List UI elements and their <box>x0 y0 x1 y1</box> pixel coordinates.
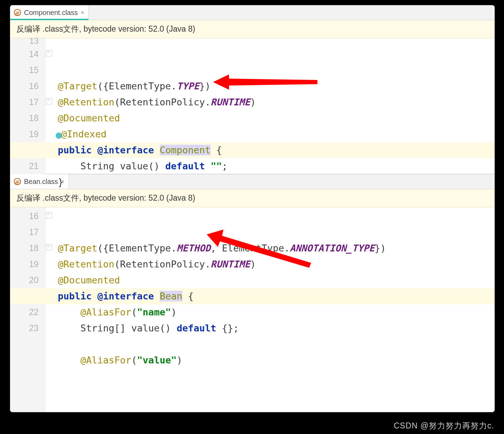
code-editor[interactable]: 1617181920212223 @Target({ElementType.ME… <box>10 207 495 412</box>
code-token: ({ElementType. <box>97 243 177 254</box>
line-number: 16 <box>10 78 45 94</box>
tab-label: Component.class <box>24 9 78 17</box>
decompile-banner: 反编译 .class文件, bytecode version: 52.0 (Ja… <box>10 189 495 207</box>
code-token: ) <box>176 355 182 365</box>
code-token: Bean <box>160 291 182 302</box>
code-token: ( <box>131 307 137 318</box>
code-token: @AliasFor <box>80 355 131 365</box>
annotation-file-icon: @ <box>14 9 21 16</box>
code-token: METHOD <box>176 243 211 254</box>
pane-component: @ Component.class × 反编译 .class文件, byteco… <box>10 5 495 174</box>
code-token: Indexed <box>67 129 107 139</box>
decompile-banner: 反编译 .class文件, bytecode version: 52.0 (Ja… <box>10 20 495 38</box>
watermark: CSDN @努力努力再努力c. <box>394 420 494 431</box>
code-token: @AliasFor <box>80 307 131 318</box>
line-number: 19 <box>10 126 45 142</box>
code-token: @Retention <box>58 97 115 107</box>
code-token: @Retention <box>58 259 115 270</box>
red-arrow <box>207 208 311 293</box>
code-line[interactable]: public @interface Component { <box>58 142 495 158</box>
code-token <box>205 161 211 171</box>
line-number: 14 <box>10 46 45 62</box>
svg-marker-2 <box>213 74 317 90</box>
code-token: public <box>58 145 92 155</box>
editor-window: @ Component.class × 反编译 .class文件, byteco… <box>10 5 495 412</box>
svg-text:@: @ <box>15 179 19 184</box>
code-line[interactable]: @AliasFor("name") <box>58 304 495 320</box>
code-token: default <box>176 323 216 333</box>
code-token: (RetentionPolicy. <box>115 259 211 270</box>
code-token: "name" <box>137 307 171 318</box>
code-token: TYPE <box>176 81 199 91</box>
line-number: 17 <box>10 94 45 110</box>
code-line[interactable]: String value() default ""; <box>58 158 495 174</box>
line-number: 16 <box>10 208 45 224</box>
code-token: }) <box>199 81 211 91</box>
code-line[interactable]: String[] value() default {}; <box>58 320 495 336</box>
annotation-file-icon: @ <box>14 178 21 185</box>
code-token: (RetentionPolicy. <box>115 97 211 107</box>
line-number: 17 <box>10 224 45 240</box>
line-number: 22 <box>10 304 45 320</box>
fold-handle[interactable] <box>46 50 52 56</box>
code-token: ; <box>222 161 227 171</box>
code-area[interactable]: @Target({ElementType.METHOD, ElementType… <box>58 207 495 412</box>
code-token <box>92 145 97 155</box>
pane-bean: @ Bean.class × 反编译 .class文件, bytecode ve… <box>10 174 495 412</box>
tab-label: Bean.class <box>24 178 58 186</box>
tabbar: @ Bean.class × <box>10 174 495 189</box>
code-token: default <box>165 161 205 171</box>
code-token: @ <box>61 129 67 139</box>
code-token <box>58 307 80 318</box>
line-number: 20 <box>10 272 45 288</box>
code-area[interactable]: @Target({ElementType.TYPE})@Retention(Re… <box>58 38 495 175</box>
line-number: 18 <box>10 240 45 256</box>
line-number: 15 <box>10 62 45 78</box>
code-token <box>154 291 159 302</box>
line-number: 23 <box>10 320 45 336</box>
code-token: { <box>182 291 194 302</box>
code-editor[interactable]: 131415161718192021 @Target({ElementType.… <box>10 38 495 175</box>
code-line[interactable] <box>58 336 495 352</box>
red-arrow <box>213 50 317 114</box>
code-token: "" <box>211 161 222 171</box>
code-token: Component <box>160 145 211 155</box>
line-number: 13 <box>10 39 45 46</box>
svg-text:@: @ <box>15 10 19 15</box>
code-token: } <box>58 177 63 187</box>
fold-column[interactable] <box>45 207 58 412</box>
line-number: 19 <box>10 256 45 272</box>
code-token: @Documented <box>58 275 120 286</box>
code-token: ( <box>131 355 137 365</box>
fold-handle[interactable] <box>46 244 52 250</box>
code-token <box>154 145 159 155</box>
code-token: }) <box>375 243 386 254</box>
line-gutter: 1617181920212223 <box>10 207 45 412</box>
code-token: ) <box>171 307 176 318</box>
code-token: { <box>211 145 222 155</box>
code-token: String[] value() <box>58 323 176 333</box>
line-number: 21 <box>10 158 45 174</box>
line-number: 18 <box>10 110 45 126</box>
code-token <box>58 355 80 365</box>
code-token: public <box>58 291 92 302</box>
code-token: ({ElementType. <box>97 81 177 91</box>
tabbar: @ Component.class × <box>10 5 495 20</box>
code-token: @interface <box>97 145 154 155</box>
code-line[interactable]: @AliasFor("value") <box>58 352 495 368</box>
code-token <box>92 291 97 302</box>
code-token: @Target <box>58 243 97 254</box>
code-token: @Documented <box>58 113 120 123</box>
close-icon[interactable]: × <box>81 9 85 16</box>
tab-component[interactable]: @ Component.class × <box>10 5 89 20</box>
code-token: @interface <box>97 291 154 302</box>
fold-handle[interactable] <box>46 212 52 218</box>
code-token: String value() <box>58 161 165 171</box>
code-line[interactable]: @Indexed <box>58 126 495 142</box>
code-token: "value" <box>137 355 177 365</box>
code-token: {}; <box>216 323 239 333</box>
svg-marker-5 <box>207 230 311 268</box>
code-token: @Target <box>58 81 97 91</box>
fold-handle[interactable] <box>46 98 52 104</box>
